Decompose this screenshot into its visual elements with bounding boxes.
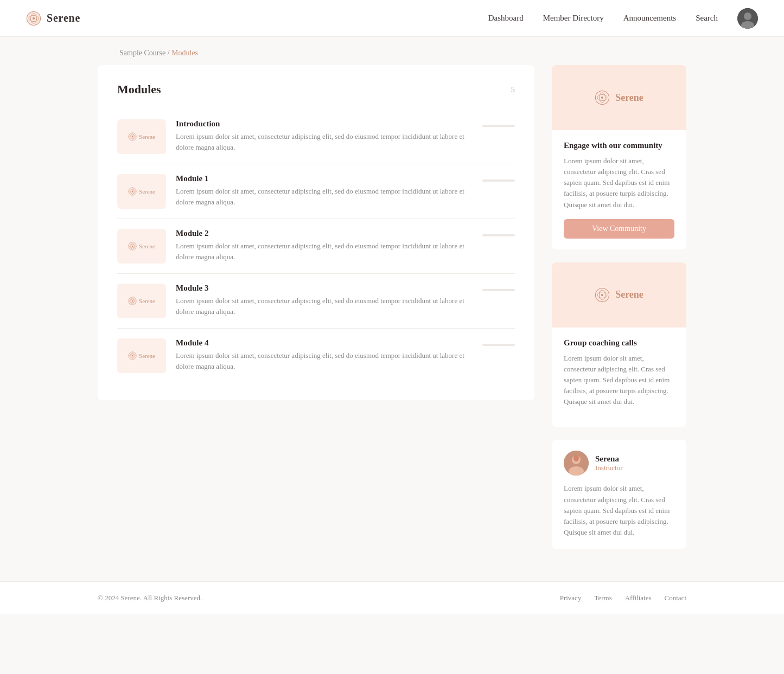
nav-dashboard[interactable]: Dashboard [488,14,524,23]
footer-privacy[interactable]: Privacy [560,594,582,602]
module-thumb-icon [128,132,137,141]
community-card-banner: Serene [552,65,686,130]
module-thumb-text: Serene [139,133,155,140]
modules-title: Modules [117,82,161,97]
module-item[interactable]: Serene Module 2 Lorem ipsum dolor sit am… [117,219,515,274]
module-thumbnail: Serene [117,229,166,264]
module-content: Module 1 Lorem ipsum dolor sit amet, con… [176,174,473,208]
view-community-button[interactable]: View Community [564,219,674,239]
main-nav: Serene Dashboard Member Directory Announ… [0,0,784,37]
module-thumbnail: Serene [117,284,166,318]
community-card: Serene Engage with our community Lorem i… [552,65,686,249]
module-content: Module 4 Lorem ipsum dolor sit amet, con… [176,338,473,372]
module-item[interactable]: Serene Introduction Lorem ipsum dolor si… [117,110,515,164]
module-item[interactable]: Serene Module 1 Lorem ipsum dolor sit am… [117,164,515,219]
community-card-text: Lorem ipsum dolor sit amet, consectetur … [564,156,674,210]
module-thumbnail: Serene [117,174,166,209]
module-thumb-text: Serene [139,298,155,304]
module-item[interactable]: Serene Module 4 Lorem ipsum dolor sit am… [117,329,515,383]
svg-point-26 [132,355,133,356]
module-thumbnail: Serene [117,119,166,154]
footer-links: Privacy Terms Affiliates Contact [560,594,686,602]
instructor-card: Serena Instructor Lorem ipsum dolor sit … [552,440,686,549]
module-name: Module 3 [176,284,473,293]
instructor-avatar [564,451,589,476]
modules-count: 5 [511,85,515,94]
svg-point-38 [573,455,579,461]
nav-member-directory[interactable]: Member Directory [543,14,604,23]
module-thumb-text: Serene [139,243,155,249]
nav-announcements[interactable]: Announcements [623,14,676,23]
instructor-name: Serena [595,454,623,464]
module-name: Introduction [176,119,473,129]
community-logo: Serene [595,90,643,105]
svg-point-14 [132,191,133,192]
instructor-role: Instructor [595,464,623,472]
module-thumb-icon [128,242,137,251]
module-progress-bar [482,234,515,236]
copyright: © 2024 Serene. All Rights Reserved. [98,594,202,602]
footer-contact[interactable]: Contact [665,594,686,602]
module-description: Lorem ipsum dolor sit amet, consectetur … [176,350,473,372]
svg-point-18 [132,246,133,247]
instructor-info: Serena Instructor [595,454,623,472]
community-card-title: Engage with our community [564,141,674,150]
module-thumb-logo: Serene [128,351,155,360]
svg-point-5 [744,12,751,20]
modules-header: Modules 5 [117,82,515,97]
sidebar: Serene Engage with our community Lorem i… [552,65,686,549]
module-thumb-logo: Serene [128,242,155,251]
module-thumb-text: Serene [139,188,155,195]
logo-text: Serene [47,12,80,24]
module-progress-bar [482,179,515,182]
svg-point-10 [132,136,133,137]
coaching-card: Serene Group coaching calls Lorem ipsum … [552,262,686,427]
module-name: Module 1 [176,174,473,183]
nav-links: Dashboard Member Directory Announcements… [488,8,758,29]
module-thumb-logo: Serene [128,297,155,305]
module-name: Module 2 [176,229,473,238]
user-avatar[interactable] [737,8,758,29]
breadcrumb-separator: / [168,49,171,57]
module-content: Introduction Lorem ipsum dolor sit amet,… [176,119,473,153]
module-thumb-icon [128,351,137,360]
coaching-card-text: Lorem ipsum dolor sit amet, consectetur … [564,353,674,408]
svg-point-22 [132,300,133,301]
logo-link[interactable]: Serene [26,11,80,26]
module-thumbnail: Serene [117,338,166,373]
module-progress-bar [482,344,515,346]
coaching-logo-icon [595,287,610,303]
module-progress-bar [482,125,515,127]
modules-list: Serene Introduction Lorem ipsum dolor si… [117,110,515,383]
module-item[interactable]: Serene Module 3 Lorem ipsum dolor sit am… [117,274,515,329]
module-thumb-logo: Serene [128,187,155,196]
nav-search[interactable]: Search [696,14,718,23]
module-content: Module 2 Lorem ipsum dolor sit amet, con… [176,229,473,262]
module-thumb-icon [128,297,137,305]
module-description: Lorem ipsum dolor sit amet, consectetur … [176,296,473,317]
logo-icon [26,11,41,26]
module-description: Lorem ipsum dolor sit amet, consectetur … [176,186,473,208]
module-thumb-text: Serene [139,352,155,359]
instructor-bio: Lorem ipsum dolor sit amet, consectetur … [564,483,674,538]
module-thumb-icon [128,187,137,196]
breadcrumb-current: Modules [171,49,198,57]
module-thumb-logo: Serene [128,132,155,141]
module-progress-bar [482,289,515,291]
coaching-card-body: Group coaching calls Lorem ipsum dolor s… [552,328,686,427]
module-description: Lorem ipsum dolor sit amet, consectetur … [176,131,473,153]
footer: © 2024 Serene. All Rights Reserved. Priv… [0,581,784,614]
footer-affiliates[interactable]: Affiliates [625,594,652,602]
coaching-logo-text: Serene [615,289,643,300]
svg-point-34 [601,294,603,296]
breadcrumb: Sample Course / Modules [0,37,784,65]
footer-terms[interactable]: Terms [594,594,611,602]
breadcrumb-parent[interactable]: Sample Course [119,49,165,57]
community-logo-icon [595,90,610,105]
coaching-card-banner: Serene [552,262,686,328]
instructor-header: Serena Instructor [564,451,674,476]
modules-panel: Modules 5 Serene Introduction Lorem ips [98,65,534,400]
instructor-section: Serena Instructor Lorem ipsum dolor sit … [552,440,686,549]
svg-point-30 [601,97,603,99]
instructor-avatar-icon [564,451,589,476]
